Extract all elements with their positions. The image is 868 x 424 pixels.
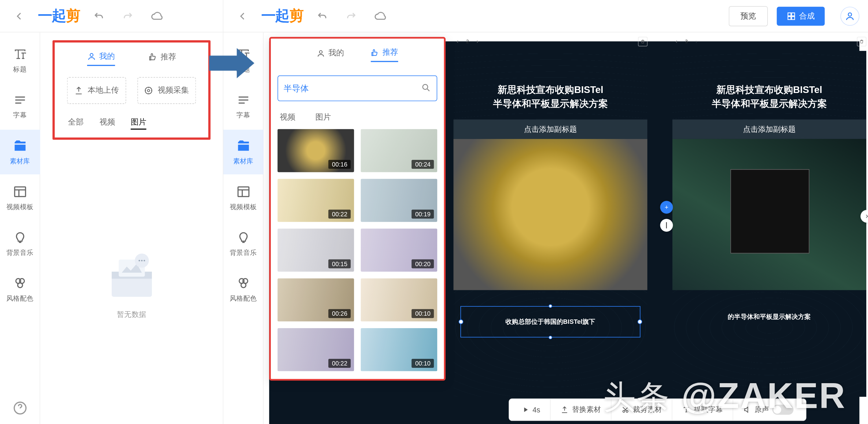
page-number: 2 [466, 39, 469, 44]
tab-mine[interactable]: 我的 [87, 52, 115, 66]
nav-library[interactable]: 素材库 [0, 130, 40, 174]
svg-point-6 [145, 87, 152, 94]
svg-rect-20 [238, 187, 249, 196]
delete-slide-icon[interactable] [638, 37, 647, 46]
caption-selection[interactable]: 收购总部位于韩国的BISTel旗下 [460, 306, 640, 337]
slide-image-wafer[interactable] [454, 139, 647, 290]
result-thumb[interactable]: 00:10 [361, 279, 437, 322]
compose-button[interactable]: 合成 [777, 6, 825, 26]
undo-icon[interactable] [89, 6, 109, 26]
help-icon[interactable] [12, 400, 28, 416]
result-thumb[interactable]: 00:16 [277, 129, 354, 172]
nav-styles[interactable]: 风格配色 [0, 267, 40, 312]
filter-all[interactable]: 全部 [68, 117, 84, 130]
back-icon[interactable] [9, 6, 29, 26]
filter-video[interactable]: 视频 [99, 117, 115, 130]
svg-point-7 [148, 89, 150, 92]
svg-rect-0 [14, 187, 26, 196]
tab-recommend[interactable]: 推荐 [148, 52, 176, 66]
result-thumb[interactable]: 00:24 [361, 129, 437, 172]
cloud-icon[interactable] [147, 6, 167, 26]
svg-point-25 [423, 84, 428, 89]
slide-headline[interactable]: 新思科技宣布收购BISTel 半导体和平板显示解决方案 [673, 51, 866, 120]
result-thumb[interactable]: 00:22 [277, 328, 354, 371]
next-page-icon[interactable] [473, 38, 482, 46]
rfilter-image[interactable]: 图片 [315, 112, 331, 122]
result-thumb[interactable]: 00:26 [277, 279, 354, 322]
result-thumb[interactable]: 00:19 [361, 179, 437, 222]
result-thumb[interactable]: 00:22 [277, 179, 354, 222]
rfilter-video[interactable]: 视频 [280, 112, 296, 122]
slide-subheading[interactable]: 点击添加副标题 [454, 119, 647, 139]
preview-button[interactable]: 预览 [729, 6, 768, 26]
svg-rect-17 [788, 16, 791, 19]
prev-page-icon[interactable] [454, 38, 462, 46]
video-capture-button[interactable]: 视频采集 [137, 77, 196, 104]
slide-headline[interactable]: 新思科技宣布收购BISTel 半导体和平板显示解决方案 [454, 51, 647, 120]
page-number: 3 [685, 39, 688, 44]
redo-icon[interactable] [341, 6, 361, 26]
separator-button[interactable]: ┃ [660, 219, 673, 232]
redo-icon[interactable] [118, 6, 138, 26]
prev-page-icon[interactable] [673, 38, 681, 46]
svg-point-14 [143, 260, 145, 261]
svg-point-3 [18, 282, 22, 287]
right-vnav: 标题 字幕 素材库 视频模板 背景音乐 风格配色 [223, 32, 264, 424]
search-input[interactable] [283, 84, 421, 93]
tab-recommend-r[interactable]: 推荐 [371, 48, 398, 62]
left-content: 我的 推荐 本地上传 视频采集 [40, 32, 223, 424]
caption-text[interactable]: 收购总部位于韩国的BISTel旗下 [505, 317, 595, 326]
empty-text: 暂无数据 [117, 310, 146, 320]
annotation-arrow-icon [207, 44, 257, 83]
nav-subtitle[interactable]: 字幕 [223, 84, 263, 129]
svg-point-13 [141, 260, 142, 261]
upload-local-button[interactable]: 本地上传 [67, 77, 126, 104]
delete-slide-icon[interactable] [857, 37, 866, 46]
svg-point-5 [90, 54, 93, 56]
slide-2[interactable]: 新思科技宣布收购BISTel 半导体和平板显示解决方案 点击添加副标题 收购总部… [454, 51, 647, 397]
result-thumb[interactable]: 00:15 [277, 229, 354, 272]
result-thumb[interactable]: 00:20 [361, 229, 437, 272]
empty-illustration-icon [101, 252, 162, 302]
nav-title[interactable]: 标题 [0, 38, 40, 83]
replace-material-button[interactable]: 替换素材 [551, 399, 612, 420]
result-thumb[interactable]: 00:10 [361, 328, 437, 371]
slide-subheading[interactable]: 点击添加副标题 [673, 119, 866, 139]
svg-rect-18 [792, 16, 795, 19]
undo-icon[interactable] [312, 6, 332, 26]
svg-rect-16 [792, 12, 795, 16]
svg-point-23 [241, 282, 246, 287]
highlight-frame-left: 我的 推荐 本地上传 视频采集 [52, 40, 210, 140]
duration-button[interactable]: 4s [511, 399, 551, 420]
svg-point-24 [319, 50, 322, 53]
filter-image[interactable]: 图片 [131, 117, 146, 130]
highlight-frame-right: 我的 推荐 视频 图片 00:16 00:24 00:22 00:19 [269, 37, 445, 381]
svg-point-12 [138, 260, 140, 261]
search-icon[interactable] [421, 83, 431, 94]
cloud-icon[interactable] [370, 6, 390, 26]
tab-mine-r[interactable]: 我的 [316, 48, 344, 62]
slide-3[interactable]: 新思科技宣布收购BISTel 半导体和平板显示解决方案 点击添加副标题 的半导体… [673, 51, 866, 397]
nav-templates[interactable]: 视频模板 [223, 175, 263, 220]
nav-library[interactable]: 素材库 [223, 130, 263, 174]
nav-music[interactable]: 背景音乐 [0, 221, 40, 266]
left-vnav: 标题 字幕 素材库 视频模板 背景音乐 风格配色 [0, 32, 40, 424]
nav-subtitle[interactable]: 字幕 [0, 84, 40, 129]
back-icon[interactable] [232, 6, 252, 26]
slide-image-chip[interactable] [673, 139, 866, 290]
add-slide-button[interactable]: + [660, 201, 673, 214]
right-topbar: 一起剪 预览 合成 [223, 0, 868, 32]
svg-rect-15 [788, 12, 791, 16]
results-grid: 00:16 00:24 00:22 00:19 00:15 00:20 00:2… [273, 129, 442, 371]
nav-templates[interactable]: 视频模板 [0, 175, 40, 220]
logo: 一起剪 [261, 8, 303, 24]
user-avatar-icon[interactable] [840, 6, 860, 26]
nav-styles[interactable]: 风格配色 [223, 267, 263, 312]
left-topbar: 一起剪 [0, 0, 223, 32]
nav-music[interactable]: 背景音乐 [223, 221, 263, 266]
svg-point-19 [848, 12, 852, 16]
next-page-icon[interactable] [692, 38, 701, 46]
search-input-wrap [277, 76, 437, 102]
empty-state: 暂无数据 [52, 252, 210, 320]
caption-text[interactable]: 的半导体和平板显示解决方案 [673, 312, 866, 321]
